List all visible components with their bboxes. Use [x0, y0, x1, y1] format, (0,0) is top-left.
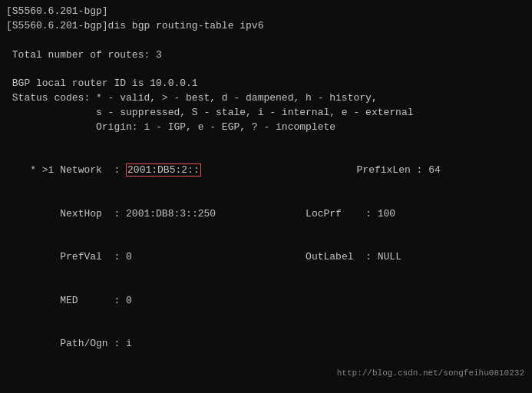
route-1-outlabel-label: OutLabel :: [306, 251, 378, 263]
route-1-prefval-value: 0: [126, 251, 306, 263]
route-1-med-label: MED :: [60, 295, 126, 306]
route-1-spacing: [201, 164, 357, 176]
route-1-locprf-value: 100: [378, 208, 395, 220]
route-1-indent: [30, 208, 60, 220]
route-1-prefixlen-label: PrefixLen :: [357, 164, 429, 176]
route-1-pathogn-value: i: [126, 338, 132, 349]
blank-1: [6, 34, 526, 48]
route-1-nexthop-value: 2001:DB8:3::250: [126, 208, 306, 220]
command-text: [S5560.6.201-bgp]dis bgp routing-table i…: [6, 20, 263, 31]
route-1-med-value: 0: [126, 295, 132, 306]
route-1-nexthop-label: NextHop :: [60, 208, 126, 220]
route-1-flag: * >i: [30, 164, 60, 176]
route-1-nexthop: NextHop : 2001:DB8:3::250 LocPrf : 100: [6, 193, 526, 236]
route-2-network: * > Network : 2001:DB8:1::201 PrefixLen …: [6, 381, 526, 393]
router-id: BGP local router ID is 10.0.0.1: [6, 77, 526, 91]
watermark: http://blog.csdn.net/songfeihu0810232: [337, 368, 524, 378]
total-routes: Total number of routes: 3: [6, 48, 526, 63]
prompt-line-1: [S5560.6.201-bgp]: [6, 5, 526, 19]
route-1-prefval: PrefVal : 0 OutLabel : NULL: [6, 236, 526, 280]
route-1-prefixlen-value: 64: [428, 164, 441, 176]
command-line: [S5560.6.201-bgp]dis bgp routing-table i…: [6, 19, 526, 34]
route-1-pathogn: Path/Ogn : i: [6, 323, 526, 367]
blank-2: [6, 62, 526, 77]
status-codes-2: s - suppressed, S - stale, i - internal,…: [6, 106, 526, 121]
route-1-pathogn-label: Path/Ogn :: [60, 338, 126, 349]
route-1-med-indent: [30, 295, 60, 306]
status-codes-1: Status codes: * - valid, > - best, d - d…: [6, 91, 526, 106]
route-1-outlabel-value: NULL: [378, 251, 401, 263]
status-codes-3: Origin: i - IGP, e - EGP, ? - incomplete: [6, 121, 526, 135]
route-1-network-value: 2001:DB5:2::: [126, 163, 201, 177]
route-1-network: * >i Network : 2001:DB5:2:: PrefixLen : …: [6, 149, 526, 193]
terminal: [S5560.6.201-bgp] [S5560.6.201-bgp]dis b…: [0, 0, 532, 393]
route-1-prefval-label: PrefVal :: [60, 251, 126, 263]
route-1-pathogn-indent: [30, 338, 60, 349]
blank-3: [6, 135, 526, 150]
prompt-text-1: [S5560.6.201-bgp]: [6, 5, 108, 17]
route-1-prefval-indent: [30, 251, 60, 263]
route-1-locprf-label: LocPrf :: [306, 208, 378, 220]
route-1-med: MED : 0: [6, 279, 526, 323]
route-1-network-label: Network :: [60, 164, 126, 176]
